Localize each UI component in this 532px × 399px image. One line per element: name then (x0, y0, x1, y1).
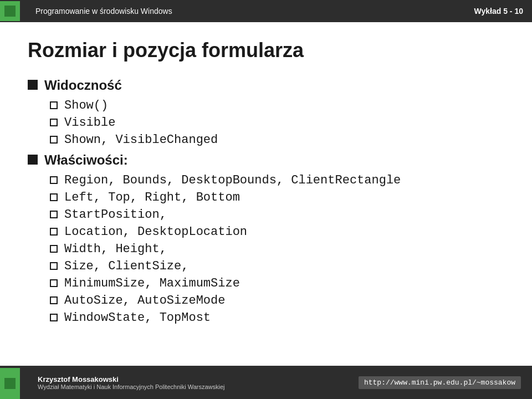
section-wlasciwosci: Właściwości: Region, Bounds, DesktopBoun… (28, 152, 504, 325)
section-widocznosc-label: Widoczność (44, 78, 122, 93)
list-item: Width, Height, (50, 242, 504, 256)
list-item: StartPosition, (50, 208, 504, 222)
sub-item-left-text: Left, Top, Right, Bottom (64, 191, 240, 204)
list-item: Location, DesktopLocation (50, 225, 504, 239)
main-content: Rozmiar i pozycja formularza Widoczność … (0, 22, 532, 366)
section-wlasciwosci-label: Właściwości: (44, 152, 128, 168)
sub-item-location-text: Location, DesktopLocation (64, 225, 247, 239)
sub-item-checkbox-icon (50, 262, 58, 270)
list-item: Visible (50, 116, 504, 130)
footer-department: Wydział Matematyki i Nauk Informacyjnych… (38, 383, 225, 390)
header-title: Programowanie w środowisku Windows (35, 7, 172, 16)
sub-items-wlasciwosci: Region, Bounds, DesktopBounds, ClientRec… (50, 173, 504, 325)
sub-item-checkbox-icon (50, 279, 58, 287)
sub-item-show-text: Show() (64, 99, 108, 112)
sub-item-checkbox-icon (50, 119, 58, 126)
sub-item-startposition-text: StartPosition, (64, 208, 167, 222)
sub-item-checkbox-icon (50, 296, 58, 304)
list-item: MinimumSize, MaximumSize (50, 277, 504, 290)
sub-item-windowstate-text: WindowState, TopMost (64, 311, 211, 325)
sub-item-size-text: Size, ClientSize, (64, 259, 188, 273)
header-bar: Programowanie w środowisku Windows Wykła… (0, 0, 532, 22)
sub-item-shown-text: Shown, VisibleChanged (64, 133, 218, 147)
section-widocznosc: Widoczność Show() Visible Shown, Visible… (28, 78, 504, 147)
list-item: Show() (50, 99, 504, 112)
sub-item-checkbox-icon (50, 245, 58, 253)
sub-item-checkbox-icon (50, 211, 58, 218)
header-green-block (0, 1, 20, 21)
sub-item-checkbox-icon (50, 314, 58, 321)
list-item: Size, ClientSize, (50, 259, 504, 273)
header-green-block-inner (4, 6, 16, 17)
footer-name: Krzysztof Mossakowski (38, 375, 225, 383)
page-title: Rozmiar i pozycja formularza (28, 39, 504, 62)
sub-item-width-text: Width, Height, (64, 242, 167, 256)
sub-item-checkbox-icon (50, 193, 58, 201)
list-item: Left, Top, Right, Bottom (50, 191, 504, 204)
footer: Krzysztof Mossakowski Wydział Matematyki… (0, 366, 532, 399)
sub-item-visible-text: Visible (64, 116, 115, 130)
bullet-main-wlasciwosci: Właściwości: (28, 152, 504, 168)
bullet-main-widocznosc: Widoczność (28, 78, 504, 93)
footer-green-block-inner (4, 378, 16, 389)
list-item: Shown, VisibleChanged (50, 133, 504, 147)
sub-item-autosize-text: AutoSize, AutoSizeMode (64, 294, 225, 308)
sub-item-checkbox-icon (50, 228, 58, 236)
sub-item-checkbox-icon (50, 136, 58, 144)
sub-item-minsize-text: MinimumSize, MaximumSize (64, 277, 240, 290)
sub-items-widocznosc: Show() Visible Shown, VisibleChanged (50, 99, 504, 147)
sub-item-region-text: Region, Bounds, DesktopBounds, ClientRec… (64, 173, 401, 187)
footer-green-block (0, 368, 20, 399)
header-lecture: Wykład 5 - 10 (474, 7, 523, 16)
list-item: AutoSize, AutoSizeMode (50, 294, 504, 308)
sub-item-checkbox-icon (50, 101, 58, 109)
list-item: WindowState, TopMost (50, 311, 504, 325)
footer-url: http://www.mini.pw.edu.pl/~mossakow (359, 376, 521, 389)
footer-left: Krzysztof Mossakowski Wydział Matematyki… (38, 375, 225, 390)
list-item: Region, Bounds, DesktopBounds, ClientRec… (50, 173, 504, 187)
bullet-square-icon (28, 80, 38, 90)
bullet-square-icon (28, 155, 38, 165)
sub-item-checkbox-icon (50, 176, 58, 184)
